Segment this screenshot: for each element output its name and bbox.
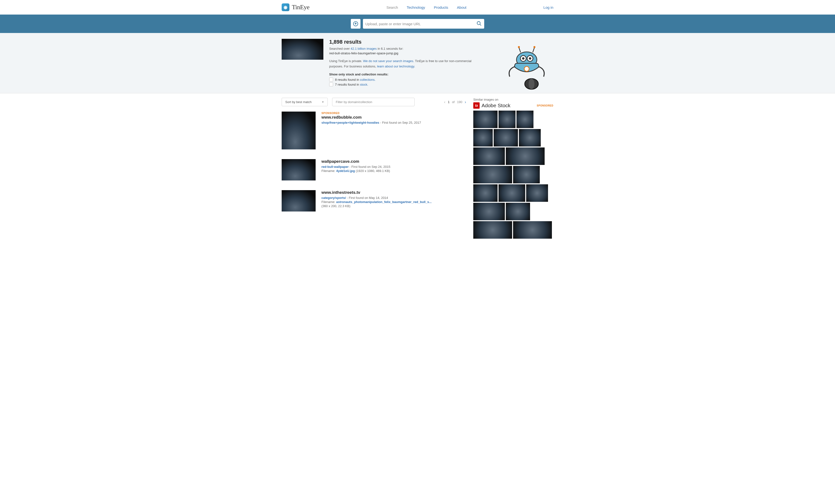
nav-about[interactable]: About: [457, 5, 467, 9]
similar-sidebar: Similar images on St Adobe Stock SPONSOR…: [473, 98, 553, 239]
privacy-notice: Using TinEye is private. We do not save …: [329, 59, 480, 69]
summary-panel: 1,898 results Searched over 42.1 billion…: [0, 33, 835, 93]
svg-point-11: [524, 66, 529, 71]
svg-point-4: [522, 57, 525, 60]
similar-thumb[interactable]: [519, 129, 541, 147]
results-heading: 1,898 results: [329, 39, 480, 45]
chevron-down-icon: ▼: [322, 101, 324, 103]
query-filename: red-bull-stratos-felix-baumgartner-space…: [329, 51, 480, 55]
sort-dropdown[interactable]: Sort by best match ▼: [282, 98, 328, 106]
result-row: www.inthestreets.tvcategory/sports/ - Fi…: [282, 190, 466, 211]
search-strip: [0, 15, 835, 33]
similar-thumb[interactable]: [473, 184, 497, 202]
svg-line-9: [533, 47, 534, 52]
upload-icon: [353, 21, 358, 26]
index-size-link[interactable]: 42.1 billion images: [350, 47, 377, 50]
filter-stock[interactable]: 7 results found in stock.: [329, 82, 480, 86]
result-info: wallpapercave.comred-bull-wallpaper - Fi…: [322, 159, 390, 181]
result-thumb[interactable]: [282, 111, 315, 149]
result-row: SPONSOREDwww.redbubble.comshop/free+peop…: [282, 111, 466, 149]
pager-total: 190: [457, 100, 462, 104]
result-dimensions: (1920 x 1080, 469.1 KB): [355, 169, 390, 173]
similar-thumb[interactable]: [473, 166, 512, 183]
similar-thumb[interactable]: [473, 203, 505, 220]
result-sponsored-tag: SPONSORED: [322, 111, 421, 114]
similar-thumb[interactable]: [498, 111, 515, 128]
pager-of: of: [452, 100, 455, 104]
result-path-link[interactable]: category/sports/: [322, 196, 346, 200]
filter-stock-checkbox[interactable]: [329, 82, 333, 86]
result-filename-link[interactable]: 4ydd1eU.jpg: [336, 169, 355, 173]
similar-thumb[interactable]: [526, 184, 548, 202]
nav-search[interactable]: Search: [386, 5, 398, 9]
search-icon: [476, 21, 482, 26]
domain-filter-input[interactable]: [332, 98, 414, 106]
similar-thumb[interactable]: [473, 147, 505, 165]
result-path-line: shop/free+people+lightweight-hoodies - F…: [322, 121, 421, 124]
filter-collections[interactable]: 8 results found in collections.: [329, 78, 480, 82]
search-submit[interactable]: [476, 21, 482, 27]
nav-products[interactable]: Products: [434, 5, 448, 9]
similar-thumb[interactable]: [506, 147, 545, 165]
pager: ‹ 1 of 190 ›: [444, 100, 466, 104]
result-filename-line: Filename: astronauts_photomanipulation_f…: [322, 200, 432, 204]
result-path-line: red-bull-wallpaper - First found on Sep …: [322, 165, 390, 169]
similar-thumb[interactable]: [473, 129, 493, 147]
search-input-wrap: [363, 19, 484, 28]
result-filename-line: Filename: 4ydd1eU.jpg (1920 x 1080, 469.…: [322, 169, 390, 173]
similar-thumb[interactable]: [513, 221, 552, 239]
result-first-found: - First found on Sep 24, 2015: [349, 165, 390, 169]
stock-link[interactable]: stock.: [360, 83, 368, 86]
nav-technology[interactable]: Technology: [407, 5, 425, 9]
logo-text: TinEye: [292, 4, 309, 11]
similar-thumb[interactable]: [513, 166, 540, 183]
similar-thumb[interactable]: [506, 203, 530, 220]
svg-point-8: [518, 46, 520, 48]
main-nav: Search Technology Products About: [386, 5, 467, 9]
similar-thumb[interactable]: [498, 184, 525, 202]
result-domain[interactable]: www.inthestreets.tv: [322, 190, 432, 195]
result-thumb[interactable]: [282, 190, 315, 211]
result-path-link[interactable]: red-bull-wallpaper: [322, 165, 349, 169]
sort-label: Sort by best match: [285, 100, 311, 104]
mascot-robot: [500, 40, 553, 93]
query-image-thumb[interactable]: [282, 39, 323, 60]
svg-point-1: [477, 21, 480, 24]
search-input[interactable]: [365, 22, 476, 26]
similar-thumb[interactable]: [473, 111, 497, 128]
result-first-found: - First found on Sep 25, 2017: [379, 121, 421, 124]
filter-collections-checkbox[interactable]: [329, 78, 333, 82]
similar-thumb[interactable]: [494, 129, 518, 147]
pager-prev[interactable]: ‹: [444, 100, 445, 104]
result-first-found: - First found on May 14, 2014: [346, 196, 388, 200]
similar-thumb[interactable]: [516, 111, 533, 128]
pager-next[interactable]: ›: [465, 100, 466, 104]
adobe-stock-link[interactable]: St Adobe Stock: [473, 102, 510, 109]
result-dimensions: (360 x 200, 22.3 KB): [322, 204, 350, 208]
svg-point-13: [529, 79, 534, 89]
similar-thumb[interactable]: [473, 221, 512, 239]
sidebar-sponsored-tag: SPONSORED: [537, 104, 553, 107]
result-filename-link[interactable]: astronauts_photomanipulation_felix_baumg…: [336, 200, 432, 204]
results-list: SPONSOREDwww.redbubble.comshop/free+peop…: [282, 111, 466, 211]
filters-title: Show only stock and collection results:: [329, 72, 480, 76]
result-thumb[interactable]: [282, 159, 315, 181]
result-domain[interactable]: www.redbubble.com: [322, 115, 421, 120]
logo[interactable]: ◉ TinEye: [282, 3, 309, 11]
privacy-link-nosave[interactable]: We do not save your search images.: [363, 59, 414, 63]
results-area: Sort by best match ▼ ‹ 1 of 190 › SPONSO…: [272, 93, 563, 248]
svg-point-10: [533, 46, 535, 48]
result-info: www.inthestreets.tvcategory/sports/ - Fi…: [322, 190, 432, 211]
collections-link[interactable]: collections.: [360, 78, 375, 82]
result-row: wallpapercave.comred-bull-wallpaper - Fi…: [282, 159, 466, 181]
results-controls: Sort by best match ▼ ‹ 1 of 190 ›: [282, 98, 466, 106]
svg-point-6: [529, 57, 531, 60]
result-path-link[interactable]: shop/free+people+lightweight-hoodies: [322, 121, 379, 124]
svg-line-7: [519, 47, 521, 52]
upload-button[interactable]: [351, 19, 361, 28]
login-link[interactable]: Log in: [544, 5, 553, 9]
privacy-link-tech[interactable]: learn about our technology.: [377, 64, 415, 68]
result-domain[interactable]: wallpapercave.com: [322, 159, 390, 164]
top-header: ◉ TinEye Search Technology Products Abou…: [272, 0, 563, 15]
similar-label: Similar images on: [473, 98, 553, 101]
